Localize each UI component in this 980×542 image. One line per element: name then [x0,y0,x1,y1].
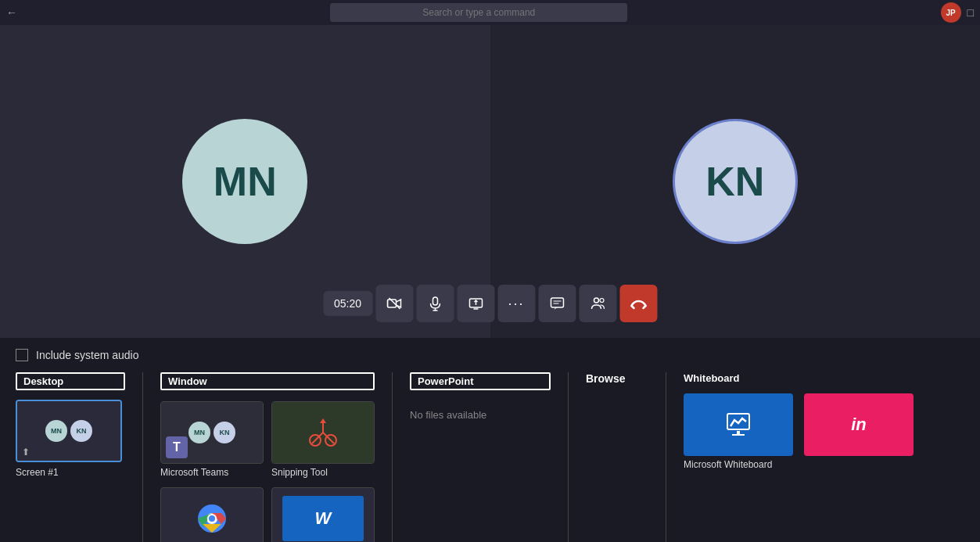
search-input[interactable] [330,3,627,22]
mw-tile-wrap: Microsoft Whiteboard [684,393,793,470]
control-bar: 05:20 [323,285,657,322]
screen-label: Screen #1 [16,467,125,478]
extra-row: W [160,487,375,542]
mini-av-mn: MN [45,420,67,442]
system-audio-label: Include system audio [36,349,139,361]
whiteboard-tiles-row: Microsoft Whiteboard in [684,393,914,470]
no-files-label: No files available [410,401,551,421]
desktop-section: Desktop MN KN ⬆ Screen #1 [16,372,125,478]
svg-line-14 [631,306,634,308]
miro-tile[interactable]: in [804,393,914,456]
svg-rect-9 [551,298,563,307]
powerpoint-section: PowerPoint No files available [410,372,551,421]
divider-4 [666,372,666,542]
teams-window-tile[interactable]: MN KN T [160,401,264,464]
bottom-panel: Include system audio Desktop MN KN ⬆ Scr… [0,338,980,542]
tiles-area: Desktop MN KN ⬆ Screen #1 Window [16,372,964,542]
chat-icon [549,296,565,311]
svg-line-19 [323,433,334,443]
desktop-tile[interactable]: MN KN ⬆ [16,400,122,462]
whiteboard-icon [724,411,752,439]
microsoft-whiteboard-tile[interactable] [684,393,793,456]
snipping-tool-icon [306,415,340,450]
svg-point-12 [594,298,598,303]
powerpoint-section-label: PowerPoint [410,372,551,390]
user-avatar[interactable]: JP [941,2,961,23]
hangup-icon [630,295,647,312]
window-section-label: Window [160,372,375,390]
whiteboard-section: Whiteboard Microsoft Whiteboard [684,372,914,470]
video-icon [386,296,402,311]
divider-2 [392,372,393,542]
teams-tile-label: Microsoft Teams [160,467,228,478]
svg-line-18 [312,433,323,443]
chat-button[interactable] [538,285,576,322]
desktop-tile-inner: MN KN ⬆ [17,401,120,461]
participants-button[interactable] [579,285,616,322]
participants-icon [590,296,605,311]
svg-rect-3 [433,297,437,305]
snipping-tile-wrap: Snipping Tool [271,401,375,478]
teams-mini-preview: MN KN T [161,402,263,463]
miro-tile-wrap: in [804,393,914,470]
top-bar: ← JP □ [0,0,980,25]
mini-avatars: MN KN [45,420,92,442]
snipping-tile-label: Snipping Tool [271,467,328,478]
window-section: Window MN KN T Microsoft Teams [160,372,375,542]
whiteboard-section-label: Whiteboard [684,372,914,384]
teams-mini-avatars: MN KN [188,422,235,443]
avatar-kn: KN [673,119,798,244]
share-screen-icon [468,296,483,311]
snipping-window-tile[interactable] [271,401,375,464]
mw-label: Microsoft Whiteboard [684,459,793,470]
word-icon: W [282,496,364,542]
word-tile-wrap: W [271,487,375,542]
chrome-tile[interactable] [160,487,264,542]
word-tile[interactable]: W [271,487,375,542]
system-audio-row: Include system audio [16,349,964,361]
mic-button[interactable] [416,285,454,322]
teams-mini-av-mn: MN [188,422,210,443]
hangup-button[interactable] [619,285,657,322]
svg-point-25 [209,515,215,522]
share-screen-button[interactable] [457,285,494,322]
miro-logo: in [851,415,867,435]
share-icon-small: ⬆ [22,447,30,458]
more-button[interactable]: ··· [497,285,535,322]
system-audio-checkbox[interactable] [16,349,28,361]
teams-mini-av-kn: KN [214,422,235,443]
divider-1 [142,372,143,542]
top-bar-left: ← [6,6,17,19]
chrome-tile-wrap [160,487,264,542]
maximize-icon[interactable]: □ [967,6,974,19]
browse-section: Browse [586,372,648,385]
desktop-section-label: Desktop [16,372,125,390]
mic-icon [427,296,443,311]
svg-line-15 [643,306,645,308]
svg-marker-21 [320,418,326,423]
window-tiles-row: MN KN T Microsoft Teams [160,401,375,478]
more-icon: ··· [508,296,525,312]
svg-point-13 [600,299,604,303]
mini-av-kn: KN [70,420,92,442]
avatar-mn: MN [182,119,307,244]
call-area: MN KN 05:20 [0,25,980,338]
teams-tile-wrap: MN KN T Microsoft Teams [160,401,264,478]
top-bar-right: JP □ [941,2,974,23]
call-timer: 05:20 [323,291,372,316]
browse-label[interactable]: Browse [586,372,626,385]
back-icon[interactable]: ← [6,6,17,19]
search-container [17,3,941,22]
divider-3 [568,372,569,542]
video-button[interactable] [375,285,413,322]
chrome-icon [198,504,226,533]
snipping-preview [272,402,374,463]
teams-logo: T [166,436,188,458]
